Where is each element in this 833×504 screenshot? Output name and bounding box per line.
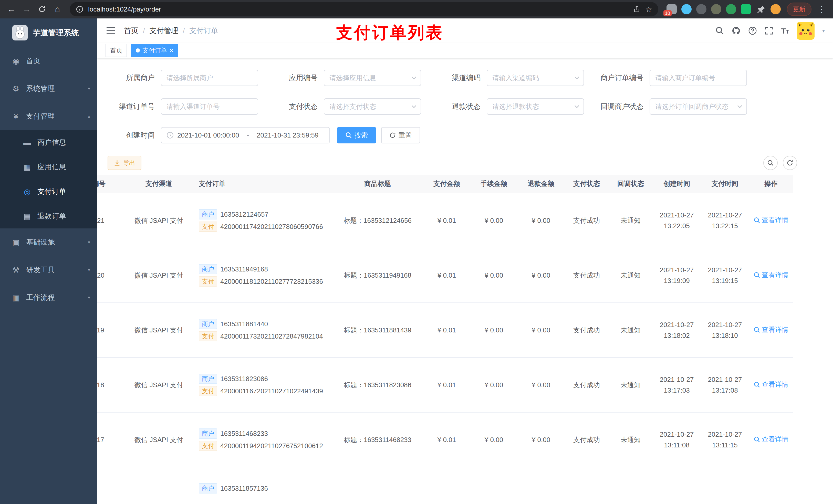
merchant-order-no-input[interactable] <box>649 70 747 86</box>
site-info-icon[interactable] <box>76 5 84 13</box>
cell-actions: 查看详情 <box>749 193 793 248</box>
reload-icon[interactable] <box>35 2 49 16</box>
sidebar-item-merchant-info[interactable]: ▬ 商户信息 <box>0 130 97 155</box>
table-row[interactable]: 119 微信 JSAPI 支付 商户 1635311881440 支付 4200… <box>97 303 793 358</box>
avatar[interactable] <box>796 22 814 40</box>
sidebar-item-system[interactable]: ⚙ 系统管理 ▾ <box>0 75 97 102</box>
help-icon[interactable] <box>748 26 757 35</box>
breadcrumb-home[interactable]: 首页 <box>124 26 138 35</box>
reset-button[interactable]: 重置 <box>381 127 420 143</box>
cell-id: 118 <box>97 358 119 412</box>
cell-refund: ¥ 0.00 <box>518 412 565 467</box>
sidebar-item-dev-tools[interactable]: ⚒ 研发工具 ▾ <box>0 256 97 284</box>
table-row[interactable]: 121 微信 JSAPI 支付 商户 1635312124657 支付 4200… <box>97 193 793 248</box>
url-text: localhost:1024/pay/order <box>88 5 161 13</box>
cell-actions: 查看详情 <box>749 358 793 412</box>
search-icon[interactable] <box>715 26 724 35</box>
view-detail-link[interactable]: 查看详情 <box>754 270 788 280</box>
extension-orange-icon[interactable] <box>770 4 781 14</box>
chevron-down-icon: ▾ <box>88 295 90 301</box>
view-detail-link[interactable]: 查看详情 <box>754 325 788 334</box>
refund-status-select[interactable] <box>487 98 584 115</box>
table-row[interactable]: 118 微信 JSAPI 支付 商户 1635311823086 支付 4200… <box>97 358 793 412</box>
notify-status-select[interactable] <box>649 98 747 115</box>
update-chip[interactable]: 更新 <box>787 3 811 16</box>
table-row[interactable]: 120 微信 JSAPI 支付 商户 1635311949168 支付 4200… <box>97 248 793 303</box>
sidebar-item-workflow[interactable]: ▥ 工作流程 ▾ <box>0 284 97 311</box>
col-header-title: 商品标题 <box>332 175 423 193</box>
cell-actions: 查看详情 <box>749 303 793 358</box>
fullscreen-icon[interactable] <box>765 26 773 35</box>
bookmark-star-icon[interactable]: ☆ <box>645 5 652 14</box>
channel-order-no: 4200001174202110278060590766 <box>220 223 323 231</box>
merchant-input[interactable] <box>161 70 258 86</box>
channel-code-select[interactable] <box>487 70 584 86</box>
extension-green-circle-icon[interactable] <box>726 4 736 14</box>
home-icon[interactable]: ⌂ <box>50 2 65 16</box>
sidebar-item-refund-order[interactable]: ▤ 退款订单 <box>0 204 97 229</box>
channel-order-no: 4200001181202110277723215336 <box>220 278 323 286</box>
merchant-order-no: 1635311468233 <box>220 430 268 438</box>
browser-menu-icon[interactable]: ⋮ <box>814 2 829 16</box>
cell-title: 标题：1635311468233 <box>332 412 423 467</box>
cell-paid-time: 2021-10-2713:22:15 <box>701 193 749 248</box>
filter-label: 渠道编码 <box>427 73 487 83</box>
forward-icon[interactable]: → <box>20 2 34 16</box>
filter-label: 回调商户状态 <box>590 102 649 112</box>
sidebar-toggle-icon[interactable] <box>105 26 116 36</box>
view-detail-link[interactable]: 查看详情 <box>754 216 788 224</box>
app-select[interactable] <box>324 70 421 86</box>
extension-puzzle-icon[interactable]: 10 <box>667 4 677 14</box>
back-icon[interactable]: ← <box>4 2 19 16</box>
main-area: 首页 / 支付管理 / 支付订单 TT <box>97 19 833 504</box>
tab-home[interactable]: 首页 <box>105 44 127 57</box>
address-bar[interactable]: localhost:1024/pay/order ☆ <box>70 2 658 16</box>
toggle-search-button[interactable] <box>763 156 778 170</box>
sidebar-item-payment[interactable]: ¥ 支付管理 ▴ <box>0 102 97 130</box>
pay-status-select[interactable] <box>324 98 421 115</box>
share-icon[interactable] <box>633 5 641 13</box>
chevron-down-icon[interactable]: ▾ <box>822 28 825 34</box>
extension-blue-icon[interactable] <box>681 4 692 14</box>
table-row[interactable]: 117 微信 JSAPI 支付 商户 1635311468233 支付 4200… <box>97 412 793 467</box>
col-header-channel: 支付渠道 <box>119 175 199 193</box>
filter-label: 渠道订单号 <box>101 102 161 112</box>
close-icon[interactable]: × <box>170 47 173 54</box>
date-range-input[interactable]: 2021-10-01 00:00:00 - 2021-10-31 23:59:5… <box>161 127 330 143</box>
search-button[interactable]: 搜索 <box>337 127 376 143</box>
extension-gray-icon[interactable] <box>696 4 707 14</box>
merchant-order-no: 1635311857136 <box>220 484 268 493</box>
cell-channel: 微信 JSAPI 支付 <box>119 412 199 467</box>
cell-title: 标题：1635311823086 <box>332 358 423 412</box>
cell-id: 121 <box>97 193 119 248</box>
tab-pay-order[interactable]: 支付订单 × <box>131 44 178 57</box>
cell-created-time: 2021-10-2713:11:08 <box>653 412 701 467</box>
export-button[interactable]: 导出 <box>108 156 141 170</box>
sidebar-item-pay-order[interactable]: ◎ 支付订单 <box>0 179 97 204</box>
cell-id <box>97 467 119 504</box>
github-icon[interactable] <box>732 26 740 35</box>
table-row[interactable]: 商户 1635311857136 <box>97 467 793 504</box>
cell-amount: ¥ 0.01 <box>423 248 470 303</box>
search-icon <box>754 217 760 223</box>
refresh-table-button[interactable] <box>783 156 797 170</box>
gear-icon: ⚙ <box>11 84 21 93</box>
extensions-area: 10 <box>663 4 784 14</box>
breadcrumb-section[interactable]: 支付管理 <box>149 26 178 35</box>
sidebar-item-home[interactable]: ◉ 首页 <box>0 47 97 75</box>
cell-created-time: 2021-10-2713:17:03 <box>653 358 701 412</box>
filter-row-3: 创建时间 2021-10-01 00:00:00 - 2021-10-31 23… <box>97 127 833 143</box>
sidebar-item-infrastructure[interactable]: ▣ 基础设施 ▾ <box>0 229 97 256</box>
search-icon <box>754 272 760 279</box>
extension-olive-icon[interactable] <box>711 4 721 14</box>
view-detail-link[interactable]: 查看详情 <box>754 435 788 444</box>
view-detail-link[interactable]: 查看详情 <box>754 380 788 389</box>
sidebar-item-app-info[interactable]: ▦ 应用信息 <box>0 155 97 179</box>
pin-icon[interactable] <box>756 4 766 14</box>
font-size-icon[interactable]: TT <box>781 26 789 35</box>
filter-label: 退款状态 <box>427 102 487 112</box>
extension-green-square-icon[interactable] <box>741 4 751 14</box>
cell-status: 支付成功 <box>565 358 609 412</box>
channel-order-no-input[interactable] <box>161 98 258 115</box>
cell-notify: 未通知 <box>609 248 653 303</box>
